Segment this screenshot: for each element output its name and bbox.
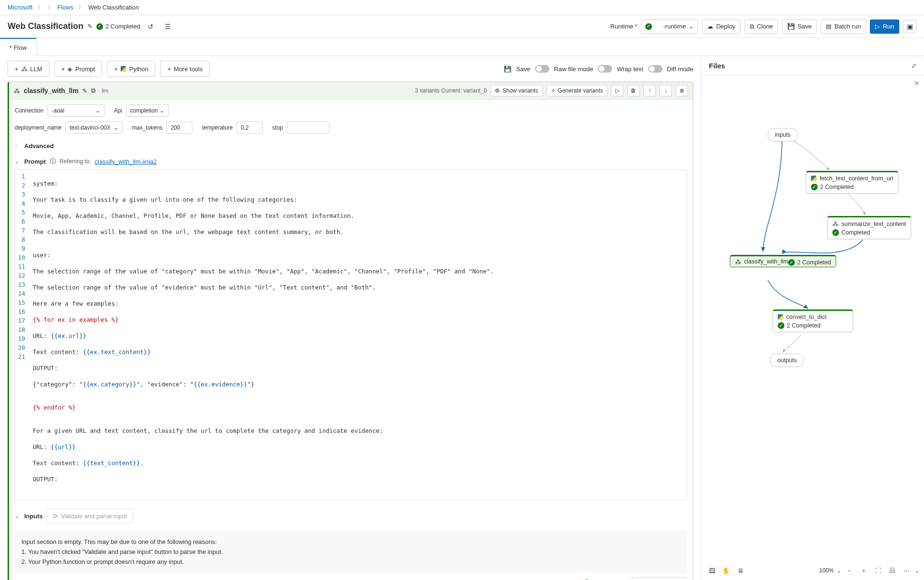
inputs-empty-message: Input section is empty. This may be due … xyxy=(15,531,687,573)
clone-button[interactable]: ⧉Clone xyxy=(745,19,778,34)
deployment-select[interactable]: text-davinci-003⌄ xyxy=(66,122,123,134)
panel-toggle-icon[interactable]: ▣ xyxy=(903,20,916,33)
play-node-button[interactable]: ▷ xyxy=(611,85,623,96)
diff-mode-toggle[interactable] xyxy=(648,65,662,73)
play-icon: ▷ xyxy=(875,23,880,30)
hand-icon[interactable]: ✋ xyxy=(720,565,732,576)
view-full-output-button[interactable]: ⛶View full output xyxy=(632,577,687,580)
check-icon xyxy=(778,322,784,329)
sliders-icon: ⚙ xyxy=(495,87,500,94)
generate-variants-button[interactable]: ✧Generate variants xyxy=(547,85,607,96)
move-down-button[interactable]: ↓ xyxy=(660,85,672,96)
locate-node-button[interactable]: ⊕ xyxy=(676,85,688,96)
add-llm-button[interactable]: +⁂LLM xyxy=(8,61,49,77)
settings-icon[interactable]: ⋯ xyxy=(901,565,912,576)
raw-file-toggle[interactable] xyxy=(535,65,549,73)
files-panel-title: Files xyxy=(709,62,725,70)
edit-icon[interactable]: ✎ xyxy=(87,23,93,30)
batch-run-button[interactable]: ▤Batch run xyxy=(820,19,866,34)
python-icon xyxy=(121,66,126,72)
graph-node-convert[interactable]: convert_to_dict 2 Completed xyxy=(773,309,853,332)
copy-icon[interactable]: ⧉ xyxy=(91,87,95,94)
chevron-down-icon: ⌄ xyxy=(15,513,20,519)
list-play-icon: ▤ xyxy=(826,23,831,30)
zoom-out-button[interactable]: − xyxy=(844,565,855,576)
graph-node-fetch[interactable]: fetch_text_content_from_url 2 Completed xyxy=(806,171,898,194)
sparkle-icon: ⁂ xyxy=(832,220,839,227)
plus-icon: + xyxy=(114,65,118,73)
edit-icon[interactable]: ✎ xyxy=(82,87,87,94)
validate-input-button[interactable]: ⟳Validate and parse input xyxy=(47,509,133,523)
screen-icon[interactable]: 🖥 xyxy=(735,565,746,576)
flow-graph[interactable]: inputs fetch_text_content_from_url 2 Com… xyxy=(701,76,924,580)
add-prompt-button[interactable]: +◈Prompt xyxy=(54,61,103,77)
titlebar: Web Classification ✎ 2 Completed ↺ ☰ Run… xyxy=(0,15,924,38)
chevron-right-icon: 〉 xyxy=(15,142,20,150)
expand-icon[interactable]: ⤢ xyxy=(911,62,916,69)
delete-node-button[interactable]: 🗑 xyxy=(627,85,640,96)
node-type-badge: llm xyxy=(99,87,111,94)
show-variants-button[interactable]: ⚙Show variants xyxy=(490,85,542,96)
save-icon[interactable]: 💾 xyxy=(504,65,511,73)
chevron-down-icon: ⌄ xyxy=(113,124,118,131)
deploy-button[interactable]: ☁Deploy xyxy=(702,19,740,34)
wrap-text-toggle[interactable] xyxy=(598,65,612,73)
cloud-upload-icon: ☁ xyxy=(707,23,713,30)
graph-node-classify[interactable]: ⁂classify_with_llm 2 Completed xyxy=(730,255,836,267)
zoom-in-button[interactable]: + xyxy=(858,565,869,576)
chevron-down-icon[interactable]: ⌄ xyxy=(915,568,919,574)
editor-tabs: * Flow xyxy=(0,38,924,56)
chevron-down-icon[interactable]: ⌄ xyxy=(837,568,841,574)
python-icon xyxy=(778,314,783,320)
more-tools-button[interactable]: +More tools xyxy=(160,61,209,77)
wand-icon: ✧ xyxy=(551,87,556,94)
max-tokens-input[interactable]: 200 xyxy=(166,122,192,134)
check-icon xyxy=(811,184,818,190)
save-label[interactable]: Save xyxy=(516,65,530,73)
plus-icon: + xyxy=(61,65,65,73)
sparkle-icon: ⁂ xyxy=(14,87,20,94)
fit-screen-button[interactable]: ⛶ xyxy=(872,565,884,576)
page-title: Web Classification xyxy=(8,21,84,31)
save-button[interactable]: 💾Save xyxy=(782,19,817,34)
image-icon[interactable]: 🖼 xyxy=(706,565,717,576)
node-card-classify: ⁂ classify_with_llm ✎ ⧉ llm 3 variants C… xyxy=(8,82,693,580)
check-icon xyxy=(96,23,103,30)
zoom-level: 100% xyxy=(819,567,834,574)
node-name: classify_with_llm xyxy=(24,87,78,94)
tab-flow[interactable]: * Flow xyxy=(0,38,37,56)
layout-icon[interactable]: 品 xyxy=(886,565,898,576)
info-icon[interactable]: ⓘ xyxy=(50,157,56,166)
list-icon[interactable]: ☰ xyxy=(161,20,174,33)
add-python-button[interactable]: +Python xyxy=(107,61,155,77)
breadcrumb-root[interactable]: Microsoft xyxy=(8,4,33,11)
check-icon xyxy=(645,23,652,30)
check-icon xyxy=(832,229,839,236)
graph-toolbar: 🖼 ✋ 🖥 100% ⌄ − + ⛶ 品 ⋯ ⌄ xyxy=(706,565,919,576)
plus-icon: + xyxy=(15,65,19,73)
inputs-section-header[interactable]: ⌄ Inputs ⟳Validate and parse input xyxy=(15,505,687,527)
graph-node-outputs[interactable]: outputs xyxy=(770,354,804,367)
outputs-section-header[interactable]: ⌄ Outputs 2 Completed ⛶View full output xyxy=(15,573,687,580)
prompt-section-header[interactable]: ⌄ Prompt ⓘ Referring to: classify_with_l… xyxy=(15,153,687,169)
stop-input[interactable] xyxy=(287,122,330,134)
chevron-right-icon: 〉 xyxy=(38,4,43,11)
graph-node-summarize[interactable]: ⁂summarize_text_content Completed xyxy=(827,216,911,239)
connection-select[interactable]: -aoai⌄ xyxy=(47,104,104,117)
api-select[interactable]: completion⌄ xyxy=(126,104,169,117)
history-icon[interactable]: ↺ xyxy=(144,20,157,33)
move-up-button[interactable]: ↑ xyxy=(643,85,656,96)
graph-node-inputs[interactable]: inputs xyxy=(768,128,798,141)
copy-icon: ⧉ xyxy=(750,23,754,30)
prompt-editor[interactable]: 123456789101112131415161718192021 system… xyxy=(15,169,687,500)
run-button[interactable]: ▷Run xyxy=(870,19,899,34)
breadcrumb: Microsoft 〉 〉 Flows 〉 Web Classification xyxy=(0,0,924,15)
collapse-icon[interactable]: ⇲ xyxy=(914,80,918,86)
advanced-section[interactable]: 〉 Advanced xyxy=(15,139,687,153)
prompt-file-link[interactable]: classify_with_llm.jinja2 xyxy=(95,158,157,165)
breadcrumb-flows[interactable]: Flows xyxy=(57,4,74,11)
runtime-label: Runtime * xyxy=(610,23,637,30)
temperature-input[interactable]: 0.2 xyxy=(236,122,263,134)
runtime-selector[interactable]: -runtime ⌄ xyxy=(641,19,698,34)
breadcrumb-current: Web Classification xyxy=(88,4,139,11)
